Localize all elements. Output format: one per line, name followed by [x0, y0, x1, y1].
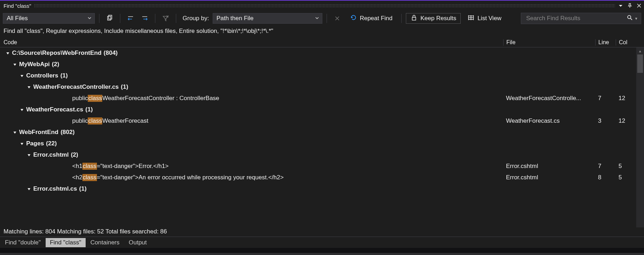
scroll-up-icon[interactable]: ▲ — [636, 47, 644, 54]
refresh-icon — [350, 14, 357, 23]
keep-results-button[interactable]: Keep Results — [406, 13, 461, 24]
group-count: (1) — [121, 83, 128, 91]
tree-group-row[interactable]: Error.cshtml (2) — [0, 149, 636, 161]
vertical-scrollbar[interactable]: ▲ — [636, 47, 644, 227]
scope-dropdown[interactable]: All Files — [3, 13, 95, 24]
cell-line: 7 — [595, 163, 616, 170]
match-post: WeatherForecastController : ControllerBa… — [102, 95, 219, 102]
group-label: WeatherForecast.cs — [26, 106, 83, 113]
group-label: Error.cshtml — [33, 151, 69, 158]
column-line[interactable]: Line — [595, 39, 616, 46]
tree-match-row[interactable]: public class WeatherForecastWeatherForec… — [0, 115, 636, 127]
cell-col: 5 — [616, 174, 636, 181]
column-file[interactable]: File — [503, 39, 595, 46]
toolbar: All Files Group by: Path then File — [0, 11, 644, 26]
match-pre: <h2 — [72, 174, 82, 181]
cell-file: WeatherForecast.cs — [503, 117, 595, 124]
bottom-tab[interactable]: Containers — [86, 238, 124, 247]
pin-icon[interactable] — [627, 3, 633, 8]
expander-icon[interactable] — [26, 186, 32, 192]
tree-match-row[interactable]: <h2 class="text-danger">An error occurre… — [0, 172, 636, 183]
group-count: (1) — [85, 106, 93, 113]
expander-icon[interactable] — [26, 84, 32, 90]
group-count: (2) — [52, 61, 59, 68]
column-code[interactable]: Code — [4, 39, 503, 46]
close-icon[interactable] — [636, 3, 642, 8]
match-pre: <h1 — [72, 163, 82, 170]
group-count: (802) — [61, 129, 75, 136]
group-label: MyWebApi — [19, 61, 50, 68]
cell-col: 12 — [616, 95, 636, 102]
match-pre: public — [72, 117, 88, 124]
expander-icon[interactable] — [5, 50, 11, 56]
scrollbar-thumb[interactable] — [637, 54, 643, 73]
group-count: (2) — [71, 151, 78, 158]
results-column-header: Code File Line Col — [0, 37, 644, 47]
tree-group-row[interactable]: WeatherForecastController.cs (1) — [0, 81, 636, 93]
search-input[interactable] — [525, 15, 627, 22]
tree-group-row[interactable]: Error.cshtml.cs (1) — [0, 183, 636, 195]
cell-file: Error.cshtml — [503, 163, 595, 170]
tree-group-row[interactable]: WebFrontEnd (802) — [0, 127, 636, 138]
titlebar-grip[interactable] — [34, 4, 615, 7]
match-highlight: class — [82, 174, 97, 181]
cell-col: 5 — [616, 163, 636, 170]
group-count: (22) — [46, 140, 57, 147]
repeat-find-label: Repeat Find — [360, 15, 393, 22]
tree-match-row[interactable]: <h1 class="text-danger">Error.</h1>Error… — [0, 161, 636, 172]
group-count: (1) — [61, 72, 68, 79]
tree-group-row[interactable]: MyWebApi (2) — [0, 59, 636, 70]
group-count: (804) — [104, 50, 118, 57]
tree-match-row[interactable]: public class WeatherForecastController :… — [0, 93, 636, 104]
group-label: Controllers — [26, 72, 58, 79]
chevron-down-icon[interactable]: ▼ — [634, 17, 638, 21]
group-by-dropdown[interactable]: Path then File — [213, 13, 322, 24]
next-result-icon[interactable] — [139, 13, 151, 24]
tree-group-row[interactable]: WeatherForecast.cs (1) — [0, 104, 636, 115]
list-view-icon — [467, 14, 475, 23]
match-pre: public — [72, 95, 88, 102]
cell-file: WeatherForecastControlle... — [503, 95, 595, 102]
expander-icon[interactable] — [19, 73, 25, 79]
bottom-tab[interactable]: Find "double" — [1, 238, 45, 247]
previous-result-icon[interactable] — [125, 13, 137, 24]
expander-icon[interactable] — [12, 129, 18, 135]
svg-point-3 — [628, 16, 631, 19]
expander-icon[interactable] — [19, 141, 25, 146]
search-icon[interactable] — [627, 15, 633, 22]
search-find-results[interactable]: ▼ — [521, 13, 641, 24]
expander-icon[interactable] — [19, 107, 25, 112]
tree-group-row[interactable]: Pages (22) — [0, 138, 636, 149]
list-view-label: List View — [477, 15, 501, 22]
results-tree[interactable]: C:\Source\Repos\WebFrontEnd (804)MyWebAp… — [0, 47, 636, 227]
svg-rect-1 — [109, 15, 112, 19]
match-post: ="text-danger">An error occurred while p… — [97, 174, 284, 181]
find-results-panel: Find "class" All Files — [0, 0, 644, 255]
repeat-find-button[interactable]: Repeat Find — [345, 13, 397, 24]
group-label: Pages — [26, 140, 44, 147]
tree-group-row[interactable]: C:\Source\Repos\WebFrontEnd (804) — [0, 47, 636, 59]
svg-rect-0 — [108, 16, 111, 20]
expander-icon[interactable] — [26, 152, 32, 158]
group-label: Error.cshtml.cs — [33, 185, 77, 192]
clear-filter-icon[interactable] — [160, 13, 172, 24]
bottom-tab[interactable]: Find "class" — [46, 238, 86, 247]
bottom-tab-strip: Find "double"Find "class"ContainersOutpu… — [0, 237, 644, 248]
expander-icon[interactable] — [12, 62, 18, 67]
tree-group-row[interactable]: Controllers (1) — [0, 70, 636, 81]
group-label: C:\Source\Repos\WebFrontEnd — [12, 50, 102, 57]
group-by-label: Group by: — [180, 15, 211, 22]
match-highlight: class — [88, 95, 102, 102]
panel-titlebar: Find "class" — [0, 1, 644, 11]
list-view-button[interactable]: List View — [463, 13, 506, 24]
bottom-tab[interactable]: Output — [125, 238, 151, 247]
match-highlight: class — [88, 117, 102, 124]
column-col[interactable]: Col — [616, 39, 636, 46]
window-options-dropdown-icon[interactable] — [618, 3, 623, 8]
search-summary: Find all "class", Regular expressions, I… — [0, 26, 644, 37]
match-post: ="text-danger">Error.</h1> — [97, 163, 169, 170]
cell-line: 3 — [595, 117, 616, 124]
copy-icon[interactable] — [104, 13, 116, 24]
group-by-value: Path then File — [217, 15, 254, 22]
cancel-search-icon[interactable] — [331, 13, 343, 24]
